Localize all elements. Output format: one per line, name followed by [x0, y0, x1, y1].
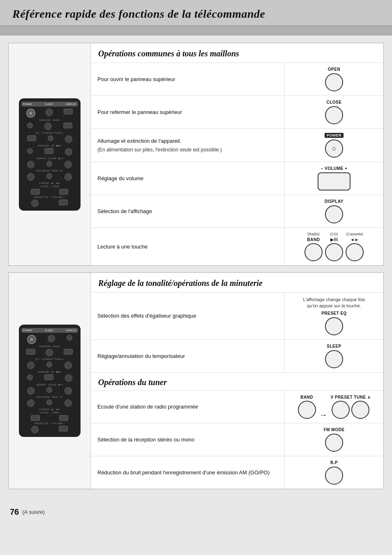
function-row-station: Ecoute d'une station de radio programmée…	[91, 391, 383, 423]
remote-random-label: RANDOM CD ▶▶I	[21, 144, 78, 147]
footer: 76 (A suivre)	[0, 503, 392, 521]
remote2-row-8	[21, 426, 78, 433]
section-title-2: Réglage de la tonalité/opérations de la …	[91, 273, 383, 293]
remote-label-sleep: SLEEP	[45, 103, 53, 105]
remote-btn-2	[64, 109, 73, 114]
remote2-btn-10	[44, 374, 53, 380]
remote-btn-20	[31, 200, 39, 207]
remote2-btn-16	[46, 399, 52, 405]
desc-close-text: Pour refermer le panneau supérieur	[97, 108, 278, 116]
desc-sleep-text: Réglage/annulation du temporisateur	[97, 352, 278, 360]
bp-button[interactable]	[325, 467, 343, 485]
sleep-label: SLEEP	[327, 344, 341, 348]
btn-group-band2: BAND	[298, 395, 316, 419]
volume-label: – VOLUME +	[321, 166, 348, 171]
remote-btn-13	[46, 161, 52, 167]
btn-area-volume: – VOLUME +	[285, 162, 383, 195]
btn-group-radio: (Radio) BAND	[304, 232, 323, 261]
remote2-btn-3	[26, 349, 35, 355]
remote-btn-1	[46, 109, 53, 116]
multi-btn-row-station: BAND → V PRESET TUNE ∧	[298, 395, 371, 419]
remote2-creset-label: C-RESET ■ ◄►	[21, 408, 78, 411]
remote-btn-18	[31, 189, 40, 195]
band-button[interactable]	[304, 243, 323, 261]
rew-ff-button[interactable]	[346, 243, 364, 261]
remote-row-2	[21, 123, 78, 130]
tune-button[interactable]	[351, 401, 369, 419]
remote-btn-7	[48, 135, 53, 141]
remote2-row-1	[21, 335, 78, 344]
remote2-power-btn	[27, 335, 36, 344]
remote-btn-17	[65, 173, 72, 181]
function-row-fmmode: Sélection de la réception stéréo ou mono…	[91, 423, 383, 456]
gray-band	[0, 26, 392, 35]
remote2-row-7	[21, 415, 78, 421]
remote2-btn-4	[46, 349, 53, 356]
preset-eq-button[interactable]	[325, 317, 343, 335]
remote2-band-label: FM MODE BAND	[21, 345, 78, 348]
band-label: BAND	[307, 237, 320, 242]
function-row-sleep: Réglage/annulation du temporisateur SLEE…	[91, 340, 383, 373]
volume-button[interactable]	[318, 172, 350, 190]
remote2-btn-7	[46, 362, 52, 367]
remote2-btn-9	[27, 374, 33, 380]
remote2-row-3	[21, 362, 78, 369]
remote-creset-label: C-RESET ■ ◄►	[21, 182, 78, 184]
desc-open-text: Pour ouvrir le panneau supérieur	[97, 75, 278, 84]
remote-btn-21	[59, 200, 68, 205]
v-preset-button[interactable]	[332, 401, 350, 419]
remote2-btn-19	[59, 415, 68, 421]
band2-button[interactable]	[298, 401, 316, 419]
main-content: POWER SLEEP DISPLAY FM MODE BAND	[0, 35, 392, 503]
multi-btn-row-lecture: (Radio) BAND (CD) ▶/II (Cassette)	[304, 232, 364, 261]
power-button[interactable]: ○	[325, 139, 343, 158]
desc-fmmode-text: Sélection de la réception stéréo ou mono	[97, 436, 278, 444]
function-row-bp: Réduction du bruit pendant l'enregistrem…	[91, 456, 383, 489]
remote2-closeopen-label: CLOSE – OPEN	[21, 411, 78, 414]
sleep-button[interactable]	[325, 350, 343, 368]
cassette-label: (Cassette)	[346, 232, 363, 236]
desc-lecture-text: Lecture à une touche	[97, 243, 278, 251]
remote-btn-8	[65, 135, 72, 143]
remote-bp-label: B.P V PRESET TUNE ∧	[21, 131, 78, 134]
bp-label: B.P	[330, 460, 338, 465]
remote2-btn-20	[31, 426, 39, 433]
remote-image-1: POWER SLEEP DISPLAY FM MODE BAND	[19, 98, 81, 211]
desc-bp: Réduction du bruit pendant l'enregistrem…	[91, 456, 285, 489]
remote2-btn-13	[46, 387, 52, 393]
band2-label: BAND	[300, 395, 313, 399]
remote2-display: DISPLAY	[66, 329, 76, 332]
btn-group-cd: (CD) ▶/II	[325, 232, 343, 261]
desc-open: Pour ouvrir le panneau supérieur	[91, 63, 285, 95]
remote-btn-11	[65, 148, 72, 156]
page: Référence rapide des fonctions de la tél…	[0, 0, 392, 555]
desc-power-note: (En alimentation sur piles, l'extinction…	[97, 146, 278, 153]
remote-btn-6	[27, 135, 36, 141]
remote2-btn-2	[67, 335, 72, 341]
close-button[interactable]	[325, 106, 343, 124]
btn-area-fmmode: FM MODE	[285, 423, 383, 456]
remote2-btn-12	[27, 387, 35, 395]
preset-eq-label: PRESET EQ	[321, 311, 347, 316]
desc-preset-eq-text: Sélection des effets d'égaliseur graphiq…	[97, 312, 278, 320]
remote-close-open-label: CLOSE – OPEN	[21, 185, 78, 188]
remote-panel-2: POWER SLEEP DISPLAY FM MODE BAND	[9, 273, 91, 489]
remote-top-strip: POWER SLEEP DISPLAY	[21, 102, 78, 107]
remote2-row-6	[21, 399, 78, 407]
play-pause-label: ▶/II	[330, 237, 338, 242]
open-button[interactable]	[325, 73, 343, 91]
content-panel-2: Réglage de la tonalité/opérations de la …	[91, 273, 383, 489]
play-pause-button[interactable]	[325, 243, 343, 261]
remote-row-8	[21, 200, 78, 207]
arrow-icon: →	[319, 411, 327, 419]
remote-label-display: DISPLAY	[66, 103, 76, 105]
desc-power-text: Allumage et extinction de l'appareil.	[97, 137, 278, 145]
page-title: Référence rapide des fonctions de la tél…	[12, 7, 380, 21]
display-button[interactable]	[325, 205, 343, 223]
remote2-btn-1	[48, 335, 55, 342]
fmmode-button[interactable]	[325, 434, 343, 452]
btn-area-lecture: (Radio) BAND (CD) ▶/II (Cassette)	[285, 228, 383, 265]
desc-volume-text: Réglage du volume	[97, 174, 278, 183]
btn-area-open: OPEN	[285, 63, 383, 95]
desc-display: Sélection de l'affichage	[91, 195, 285, 228]
